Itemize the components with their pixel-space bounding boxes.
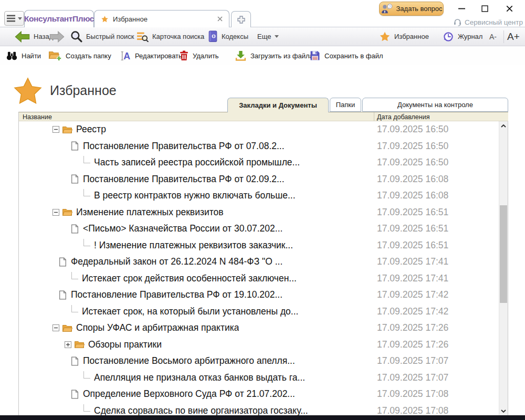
edit-button[interactable]: Редактировать [120, 46, 182, 65]
tree-indent [19, 129, 52, 130]
find-button[interactable]: Найти [6, 46, 41, 65]
tab-documents-on-control[interactable]: Документы на контроле [362, 98, 508, 112]
item-date: 17.09.2025 17:07 [377, 372, 448, 383]
list-item[interactable]: Постановление Правительства РФ от 02.09.… [19, 171, 499, 188]
create-folder-button[interactable]: Создать папку [48, 46, 111, 65]
item-title[interactable]: Изменение платежных реквизитов [76, 207, 224, 218]
list-item[interactable]: Реестр 17.09.2025 16:50 [19, 121, 499, 138]
favorites-page-star-icon [12, 76, 44, 107]
item-title[interactable]: Истекает срок, на который были установле… [82, 306, 298, 317]
tab-bookmarks-and-documents[interactable]: Закладки и Документы [227, 98, 329, 112]
font-smaller-button[interactable]: A- [489, 27, 497, 46]
list-item[interactable]: Часть записей реестра российской промышл… [19, 154, 499, 171]
list-item[interactable]: Обзоры практики 17.09.2025 17:26 [19, 337, 499, 353]
journal-clock-icon [443, 31, 454, 43]
collapse-toggle-icon[interactable] [52, 126, 59, 133]
item-title[interactable]: Определение Верховного Суда РФ от 21.07.… [83, 388, 295, 400]
search-card-button[interactable]: Карточка поиска [136, 27, 204, 46]
codes-button[interactable]: Кодексы [208, 27, 248, 46]
service-center-link[interactable]: Сервисный центр [453, 18, 523, 26]
list-item[interactable]: Сделка сорвалась по вине организатора го… [19, 403, 499, 416]
list-item[interactable]: Постановление Правительства РФ от 19.10.… [19, 287, 499, 303]
chevron-down-icon [501, 410, 506, 413]
item-date: 17.09.2025 16:08 [377, 174, 448, 185]
quick-search-icon [70, 30, 82, 43]
scroll-down-button[interactable] [499, 406, 508, 415]
item-title[interactable]: В реестр контрактов нужно включать больш… [94, 190, 296, 201]
document-icon [59, 257, 67, 267]
ask-question-button[interactable]: Задать вопрос [379, 2, 444, 16]
item-date: 17.09.2025 16:51 [377, 240, 448, 251]
delete-button[interactable]: Удалить [180, 46, 219, 65]
collapse-toggle-icon[interactable] [52, 209, 59, 216]
item-title[interactable]: Постановление Правительства РФ от 07.08.… [83, 141, 285, 152]
save-to-file-button[interactable]: Сохранить в файл [310, 46, 383, 65]
item-title[interactable]: Постановление Правительства РФ от 19.10.… [71, 289, 282, 300]
item-title[interactable]: <Письмо> Казначейства России от 30.07.20… [83, 223, 282, 234]
load-from-file-button[interactable]: Загрузить из файла [235, 46, 313, 65]
list-item[interactable]: Споры УФАС и арбитражная практика 17.09.… [19, 320, 499, 337]
list-item[interactable]: Истекает срок, на который были установле… [19, 303, 499, 320]
new-tab-button[interactable] [231, 11, 251, 27]
item-title[interactable]: ! Изменение платежных реквизитов заказчи… [94, 240, 293, 251]
more-button[interactable]: Еще [257, 27, 279, 46]
scroll-up-button[interactable] [499, 121, 508, 130]
close-tab-icon[interactable] [217, 16, 223, 22]
close-window-button[interactable] [502, 3, 517, 14]
item-title[interactable]: Апелляция не признала отказ банков выдат… [94, 372, 305, 383]
list-item[interactable]: Постановление Правительства РФ от 07.08.… [19, 138, 499, 155]
quick-search-button[interactable]: Быстрый поиск [70, 27, 134, 46]
column-divider[interactable] [374, 112, 374, 121]
favorites-button[interactable]: Избранное [379, 27, 429, 46]
item-title[interactable]: Федеральный закон от 26.12.2024 N 484-ФЗ… [71, 256, 282, 267]
toolbar-divider [503, 30, 504, 43]
list-item[interactable]: Изменение платежных реквизитов 17.09.202… [19, 204, 499, 221]
scrollbar-thumb[interactable] [500, 205, 507, 303]
tab-folders[interactable]: Папки [330, 98, 361, 112]
item-date: 17.09.2025 17:41 [377, 273, 448, 284]
column-header-name[interactable]: Название [23, 113, 52, 121]
item-title[interactable]: Постановление Восьмого арбитражного апел… [83, 355, 295, 366]
item-title[interactable]: Часть записей реестра российской промышл… [94, 157, 300, 168]
tree-indent [19, 146, 71, 146]
menu-caret-icon [18, 17, 22, 20]
font-larger-button[interactable]: A+ [507, 27, 520, 46]
item-title[interactable]: Постановление Правительства РФ от 02.09.… [83, 174, 285, 185]
journal-button[interactable]: Журнал [443, 27, 482, 46]
brand-logo-tab[interactable]: КонсультантПлюс [24, 10, 94, 27]
main-menu-button[interactable] [4, 11, 24, 26]
back-button[interactable]: Назад [15, 27, 53, 46]
vertical-scrollbar[interactable] [499, 121, 508, 415]
font-smaller-label: A- [489, 33, 497, 41]
expand-toggle-icon[interactable] [65, 341, 71, 348]
item-title[interactable]: Реестр [76, 124, 106, 135]
column-header-date[interactable]: Дата добавления [377, 113, 429, 121]
list-item[interactable]: Апелляция не признала отказ банков выдат… [19, 370, 499, 386]
maximize-button[interactable] [477, 3, 492, 14]
folder-icon [62, 324, 72, 332]
list-item[interactable]: Определение Верховного Суда РФ от 21.07.… [19, 386, 499, 403]
tab-favorites[interactable]: Избранное [94, 10, 229, 27]
list-item[interactable]: <Письмо> Казначейства России от 30.07.20… [19, 220, 499, 237]
favorites-star-icon [379, 31, 391, 43]
list-item[interactable]: Истекает срок действия особенностей закл… [19, 270, 499, 287]
delete-label: Удалить [193, 52, 219, 60]
list-item[interactable]: Федеральный закон от 26.12.2024 N 484-ФЗ… [19, 254, 499, 270]
item-title[interactable]: Споры УФАС и арбитражная практика [76, 322, 239, 333]
tab-label: Закладки и Документы [239, 101, 317, 109]
list-item[interactable]: В реестр контрактов нужно включать больш… [19, 187, 499, 204]
tree-indent [19, 228, 71, 229]
list-item[interactable]: Постановление Восьмого арбитражного апел… [19, 353, 499, 370]
item-title[interactable]: Сделка сорвалась по вине организатора го… [94, 405, 308, 415]
list-item[interactable]: ! Изменение платежных реквизитов заказчи… [19, 237, 499, 254]
search-card-icon [136, 31, 149, 42]
forward-button[interactable] [49, 27, 65, 46]
document-icon [59, 290, 67, 300]
item-title[interactable]: Обзоры практики [88, 339, 162, 350]
item-title[interactable]: Истекает срок действия особенностей закл… [82, 273, 297, 284]
ask-question-label: Задать вопрос [396, 5, 443, 13]
binoculars-icon [6, 51, 17, 60]
minimize-button[interactable] [454, 3, 469, 14]
collapse-toggle-icon[interactable] [52, 324, 59, 331]
document-icon [71, 174, 79, 184]
